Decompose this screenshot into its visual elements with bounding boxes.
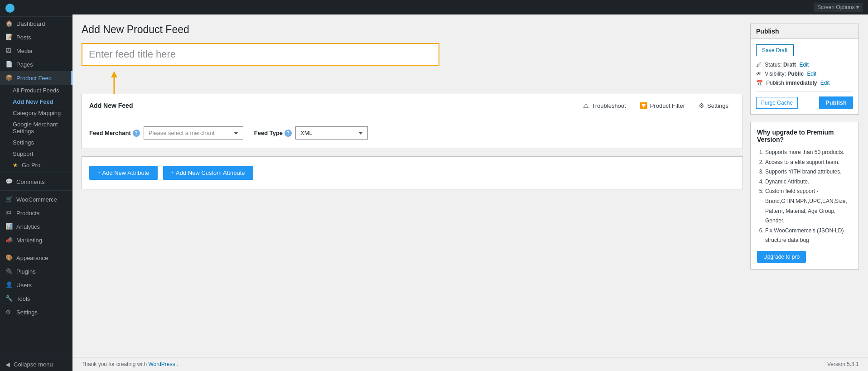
orange-arrow-indicator bbox=[109, 71, 743, 94]
screen-options-button[interactable]: Screen Options ▾ bbox=[814, 3, 863, 12]
upgrade-list-item: Custom field support - Brand,GTIN,MPN,UP… bbox=[765, 187, 852, 226]
sidebar-item-label: Users bbox=[16, 282, 32, 289]
divider-2 bbox=[0, 190, 72, 191]
sidebar-item-product-feed[interactable]: 📦 Product Feed bbox=[0, 71, 72, 85]
status-icon: 🖊 bbox=[756, 62, 762, 68]
add-new-custom-attribute-button[interactable]: + Add New Custom Attribute bbox=[163, 166, 253, 180]
upgrade-title: Why upgrade to Premium Version? bbox=[757, 129, 852, 143]
sidebar-item-label: Settings bbox=[16, 309, 38, 316]
save-draft-button[interactable]: Save Draft bbox=[756, 44, 794, 56]
tab-troubleshoot[interactable]: ⚠ Troubleshoot bbox=[576, 99, 632, 112]
sidebar-item-label: Dashboard bbox=[16, 20, 45, 27]
tab-settings[interactable]: ⚙ Settings bbox=[692, 99, 735, 112]
feed-title-input[interactable] bbox=[82, 43, 439, 66]
sidebar-sub-settings[interactable]: Settings bbox=[13, 137, 72, 148]
sidebar-item-settings[interactable]: ⚙ Settings bbox=[0, 305, 72, 319]
sidebar-item-label: Appearance bbox=[16, 255, 48, 261]
main-content: Screen Options ▾ Add New Product Feed Ad… bbox=[72, 0, 868, 371]
add-new-attribute-button[interactable]: + Add New Attribute bbox=[89, 166, 158, 180]
sidebar-item-marketing[interactable]: 📣 Marketing bbox=[0, 233, 72, 247]
collapse-icon: ◀ bbox=[5, 361, 10, 368]
sidebar-item-label: Analytics bbox=[16, 223, 40, 230]
upgrade-btn-label: Upgrade to pro bbox=[763, 254, 800, 260]
feed-type-help-icon[interactable]: ? bbox=[285, 130, 292, 137]
sidebar-item-comments[interactable]: 💬 Comments bbox=[0, 175, 72, 188]
feed-type-select[interactable]: XML CSV TSV JSON bbox=[295, 126, 368, 140]
sidebar-item-label: Products bbox=[16, 210, 39, 217]
right-sidebar-panel: Publish Save Draft 🖊 Status: Draft Edit bbox=[750, 24, 859, 348]
sidebar-item-plugins[interactable]: 🔌 Plugins bbox=[0, 265, 72, 278]
main-editing-area: Add New Product Feed Add New Feed ⚠ bbox=[82, 24, 743, 348]
upgrade-box: Why upgrade to Premium Version? Supports… bbox=[750, 122, 859, 270]
sidebar-logo bbox=[0, 0, 72, 17]
wp-logo-icon bbox=[5, 4, 14, 13]
topbar: Screen Options ▾ bbox=[72, 0, 868, 14]
products-icon: 🏷 bbox=[5, 209, 13, 217]
sidebar-item-users[interactable]: 👤 Users bbox=[0, 278, 72, 292]
sidebar-item-label: Comments bbox=[16, 178, 45, 185]
sidebar-sub-support[interactable]: Support bbox=[13, 148, 72, 159]
sidebar-item-woocommerce[interactable]: 🛒 WooCommerce bbox=[0, 193, 72, 206]
visibility-edit-link[interactable]: Edit bbox=[807, 71, 817, 77]
feed-merchant-help-icon[interactable]: ? bbox=[133, 130, 140, 137]
sidebar-item-pages[interactable]: 📄 Pages bbox=[0, 58, 72, 71]
feed-merchant-select[interactable]: Please select a merchant bbox=[144, 126, 243, 140]
calendar-icon: 📅 bbox=[756, 80, 763, 86]
settings-tab-icon: ⚙ bbox=[699, 102, 704, 109]
sidebar-item-label: Product Feed bbox=[16, 75, 52, 82]
footer-credit: Thank you for creating with WordPress . bbox=[82, 361, 178, 367]
sidebar-sub-add-new-feed[interactable]: Add New Feed bbox=[13, 96, 72, 107]
sidebar-item-label: Plugins bbox=[16, 268, 36, 275]
wordpress-link[interactable]: WordPress bbox=[148, 361, 176, 367]
publish-button[interactable]: Publish bbox=[819, 96, 853, 109]
upgrade-list-item: Access to a elite support team. bbox=[765, 158, 852, 168]
sidebar-sub-all-feeds[interactable]: All Product Feeds bbox=[13, 85, 72, 96]
feed-merchant-field: Feed Merchant ? Please select a merchant bbox=[89, 126, 243, 140]
title-area bbox=[82, 43, 439, 66]
publish-box: Publish Save Draft 🖊 Status: Draft Edit bbox=[750, 24, 859, 115]
sidebar-item-analytics[interactable]: 📊 Analytics bbox=[0, 220, 72, 233]
sidebar-item-label: Marketing bbox=[16, 237, 42, 244]
upgrade-list-item: Supports YITH brand attributes. bbox=[765, 167, 852, 177]
upgrade-list-item: Fix WooCommerce's (JSON-LD) structure da… bbox=[765, 226, 852, 246]
posts-icon: 📝 bbox=[5, 34, 13, 41]
sidebar-item-label: Posts bbox=[16, 34, 31, 41]
publish-timing: immediately bbox=[786, 80, 817, 86]
divider-3 bbox=[0, 249, 72, 249]
visibility-label: Visibility: bbox=[765, 71, 786, 77]
publish-btn-label: Publish bbox=[825, 99, 847, 106]
sidebar-item-dashboard[interactable]: 🏠 Dashboard bbox=[0, 17, 72, 30]
footer: Thank you for creating with WordPress . … bbox=[72, 357, 868, 371]
tab-product-filter[interactable]: 🔽 Product Filter bbox=[633, 99, 692, 112]
attributes-section: + Add New Attribute + Add New Custom Att… bbox=[82, 156, 743, 189]
purge-cache-button[interactable]: Purge Cache bbox=[756, 97, 798, 109]
section-title: Add New Feed bbox=[89, 102, 133, 109]
sidebar-item-media[interactable]: 🖼 Media bbox=[0, 44, 72, 58]
sidebar-sub-go-pro[interactable]: ★ Go Pro bbox=[13, 159, 72, 171]
svg-marker-1 bbox=[111, 71, 117, 77]
feed-row: Feed Merchant ? Please select a merchant… bbox=[82, 117, 743, 149]
sidebar-sub-google-merchant[interactable]: Google Merchant Settings bbox=[13, 119, 72, 137]
collapse-divider bbox=[0, 356, 72, 356]
star-icon: ★ bbox=[13, 162, 18, 169]
sidebar-item-products[interactable]: 🏷 Products bbox=[0, 206, 72, 220]
collapse-menu-item[interactable]: ◀ Collapse menu bbox=[0, 358, 72, 371]
sub-label: All Product Feeds bbox=[13, 87, 59, 94]
sidebar-item-posts[interactable]: 📝 Posts bbox=[0, 30, 72, 44]
status-edit-link[interactable]: Edit bbox=[799, 62, 809, 68]
content-area: Add New Product Feed Add New Feed ⚠ bbox=[72, 14, 868, 357]
sidebar-item-label: Media bbox=[16, 48, 32, 54]
tab-settings-label: Settings bbox=[707, 102, 728, 109]
upgrade-to-pro-button[interactable]: Upgrade to pro bbox=[757, 251, 806, 263]
status-value: Draft bbox=[783, 62, 796, 68]
add-new-custom-attribute-label: + Add New Custom Attribute bbox=[171, 169, 245, 176]
section-header: Add New Feed ⚠ Troubleshoot 🔽 Product Fi… bbox=[82, 94, 743, 117]
sidebar-item-label: Tools bbox=[16, 295, 30, 302]
publish-box-content: Save Draft 🖊 Status: Draft Edit 👁 Visibi… bbox=[751, 39, 858, 114]
feed-type-field: Feed Type ? XML CSV TSV JSON bbox=[254, 126, 368, 140]
publish-timing-edit-link[interactable]: Edit bbox=[820, 80, 830, 86]
section-tabs: ⚠ Troubleshoot 🔽 Product Filter ⚙ Settin… bbox=[576, 99, 735, 112]
sidebar-sub-category-mapping[interactable]: Category Mapping bbox=[13, 107, 72, 119]
sidebar-item-appearance[interactable]: 🎨 Appearance bbox=[0, 251, 72, 265]
sidebar-item-tools[interactable]: 🔧 Tools bbox=[0, 292, 72, 305]
